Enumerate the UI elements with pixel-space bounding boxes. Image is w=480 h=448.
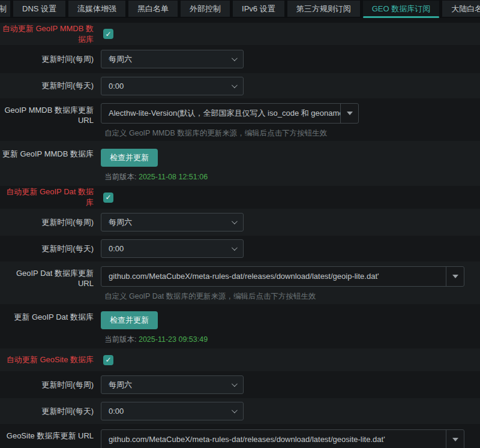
row-geosite-weekly-time: 更新时间(每周) 每周六	[0, 371, 480, 398]
tab-ipv6-settings[interactable]: IPv6 设置	[233, 1, 284, 17]
mmdb-url-label: GeoIP MMDB 数据库更新 URL	[0, 98, 101, 125]
geosite-url-label: GeoSite 数据库更新 URL	[0, 424, 101, 441]
mmdb-check-update-button[interactable]: 检查并更新	[101, 149, 158, 167]
dat-daily-time-value: 0:00	[109, 244, 124, 253]
auto-update-geosite-label: 自动更新 GeoSite 数据库	[0, 354, 101, 365]
dat-check-update-button[interactable]: 检查并更新	[101, 311, 158, 329]
dat-update-label: 更新 GeoIP Dat 数据库	[0, 304, 101, 323]
row-geosite-daily-time: 更新时间(每天) 0:00	[0, 398, 480, 424]
row-mmdb-weekly-time: 更新时间(每周) 每周六	[0, 45, 480, 73]
tab-streaming-enhance[interactable]: 流媒体增强	[68, 1, 125, 17]
chevron-down-icon	[232, 245, 238, 251]
triangle-down-icon	[452, 275, 458, 278]
mmdb-current-version: 当前版本: 2025-11-08 12:51:06	[101, 167, 480, 182]
auto-update-dat-label: 自动更新 GeoIP Dat 数据库	[0, 187, 101, 208]
tab-dns-settings[interactable]: DNS 设置	[13, 1, 65, 17]
geosite-daily-time-label: 更新时间(每天)	[0, 406, 101, 417]
row-mmdb-url: GeoIP MMDB 数据库更新 URL Alecthw-lite-Versio…	[0, 98, 480, 141]
checkmark-icon	[105, 356, 111, 363]
mmdb-weekly-time-value: 每周六	[109, 54, 132, 65]
auto-update-mmdb-label: 自动更新 GeoIP MMDB 数据库	[0, 23, 101, 45]
auto-update-geosite-checkbox[interactable]	[103, 355, 113, 365]
dat-daily-time-label: 更新时间(每天)	[0, 243, 101, 254]
row-mmdb-daily-time: 更新时间(每天) 0:00	[0, 73, 480, 98]
mmdb-version-value: 2025-11-08 12:51:06	[139, 173, 208, 181]
tab-black-white-list[interactable]: 黑白名单	[128, 1, 178, 17]
geosite-weekly-time-label: 更新时间(每周)	[0, 380, 101, 390]
tab-third-party-rules[interactable]: 第三方规则订阅	[287, 1, 360, 17]
geosite-weekly-time-select[interactable]: 每周六	[101, 375, 244, 394]
tab-mainland-whitelist[interactable]: 大陆白名单订阅	[442, 1, 480, 17]
chevron-down-icon	[232, 381, 238, 387]
geosite-daily-time-select[interactable]: 0:00	[101, 402, 244, 420]
row-auto-update-geosite: 自动更新 GeoSite 数据库	[0, 348, 480, 371]
dat-url-value[interactable]: 'github.com/MetaCubeX/meta-rules-dat/rel…	[101, 267, 446, 286]
mmdb-url-dropdown-button[interactable]	[340, 104, 358, 123]
mmdb-daily-time-value: 0:00	[109, 82, 124, 91]
mmdb-version-label: 当前版本:	[104, 173, 136, 181]
checkmark-icon	[105, 194, 111, 201]
dat-weekly-time-label: 更新时间(每周)	[0, 217, 101, 228]
row-mmdb-update: 更新 GeoIP MMDB 数据库 检查并更新 当前版本: 2025-11-08…	[0, 141, 480, 186]
mmdb-update-label: 更新 GeoIP MMDB 数据库	[0, 141, 101, 160]
auto-update-mmdb-checkbox[interactable]	[103, 29, 113, 39]
dat-version-value: 2025-11-23 09:53:49	[139, 335, 208, 344]
dat-url-dropdown-button[interactable]	[446, 267, 464, 286]
tab-geo-database-subscribe[interactable]: GEO 数据库订阅	[363, 1, 440, 17]
tab-partial-left[interactable]: 制	[0, 1, 10, 17]
dat-weekly-time-select[interactable]: 每周六	[101, 213, 244, 231]
chevron-down-icon	[232, 407, 238, 413]
row-dat-daily-time: 更新时间(每天) 0:00	[0, 236, 480, 261]
mmdb-daily-time-select[interactable]: 0:00	[101, 77, 244, 95]
row-dat-url: GeoIP Dat 数据库更新 URL 'github.com/MetaCube…	[0, 261, 480, 304]
auto-update-dat-checkbox[interactable]	[103, 193, 113, 203]
dat-version-label: 当前版本:	[104, 335, 136, 344]
dat-url-combobox[interactable]: 'github.com/MetaCubeX/meta-rules-dat/rel…	[101, 266, 464, 287]
chevron-down-icon	[232, 218, 238, 224]
dat-daily-time-select[interactable]: 0:00	[101, 239, 244, 258]
mmdb-url-value[interactable]: Alecthw-lite-Version(默认，全部国家且仅写入 iso_cod…	[101, 104, 340, 123]
mmdb-url-combobox[interactable]: Alecthw-lite-Version(默认，全部国家且仅写入 iso_cod…	[101, 103, 359, 124]
geosite-url-value[interactable]: 'github.com/MetaCubeX/meta-rules-dat/rel…	[101, 430, 446, 448]
dat-current-version: 当前版本: 2025-11-23 09:53:49	[101, 329, 480, 345]
geosite-url-combobox[interactable]: 'github.com/MetaCubeX/meta-rules-dat/rel…	[101, 429, 464, 448]
row-auto-update-dat: 自动更新 GeoIP Dat 数据库	[0, 186, 480, 209]
checkmark-icon	[105, 31, 111, 38]
geo-database-form: 自动更新 GeoIP MMDB 数据库 更新时间(每周) 每周六 更新时间(每天…	[0, 18, 480, 448]
tab-external-control[interactable]: 外部控制	[181, 1, 230, 17]
row-geosite-url: GeoSite 数据库更新 URL 'github.com/MetaCubeX/…	[0, 424, 480, 448]
geosite-daily-time-value: 0:00	[109, 407, 124, 416]
chevron-down-icon	[232, 55, 238, 61]
mmdb-url-description: 自定义 GeoIP MMDB 数据库的更新来源，编辑后点击下方按钮生效	[101, 124, 480, 139]
dat-url-description: 自定义 GeoIP Dat 数据库的更新来源，编辑后点击下方按钮生效	[101, 287, 480, 302]
tab-bar: 制 DNS 设置 流媒体增强 黑白名单 外部控制 IPv6 设置 第三方规则订阅…	[0, 0, 480, 18]
triangle-down-icon	[452, 438, 458, 441]
mmdb-weekly-time-select[interactable]: 每周六	[101, 50, 244, 68]
chevron-down-icon	[232, 82, 238, 88]
geosite-url-dropdown-button[interactable]	[446, 430, 464, 448]
dat-weekly-time-value: 每周六	[109, 217, 132, 228]
geosite-weekly-time-value: 每周六	[109, 380, 132, 390]
dat-url-label: GeoIP Dat 数据库更新 URL	[0, 261, 101, 288]
triangle-down-icon	[347, 112, 353, 115]
mmdb-weekly-time-label: 更新时间(每周)	[0, 54, 101, 65]
row-dat-weekly-time: 更新时间(每周) 每周六	[0, 209, 480, 236]
row-dat-update: 更新 GeoIP Dat 数据库 检查并更新 当前版本: 2025-11-23 …	[0, 304, 480, 348]
row-auto-update-mmdb: 自动更新 GeoIP MMDB 数据库	[0, 23, 480, 45]
mmdb-daily-time-label: 更新时间(每天)	[0, 80, 101, 91]
